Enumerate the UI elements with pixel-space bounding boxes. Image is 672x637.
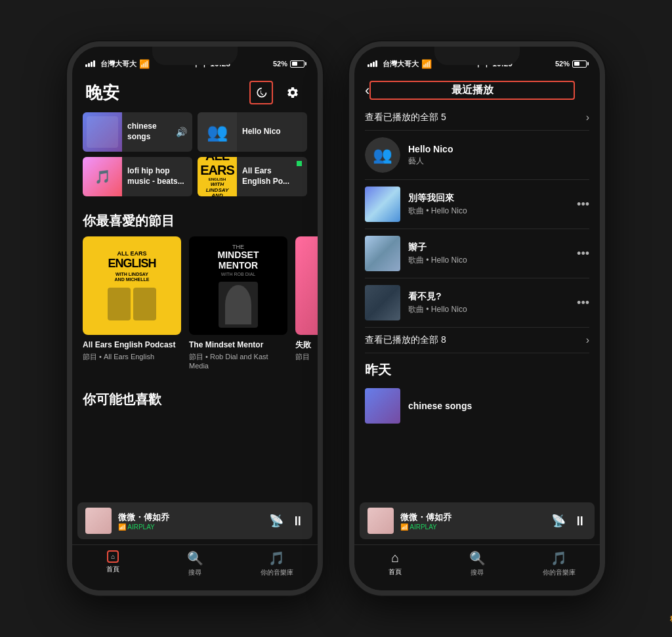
- airplay-text-right: AIRPLAY: [410, 523, 437, 531]
- song-item-1[interactable]: 辮子 歌曲 • Hello Nico •••: [354, 229, 600, 278]
- podcast-card-all-ears[interactable]: ALL EARS ENGLISH WITH LINDSAY AND MICHEL…: [83, 236, 181, 370]
- home-icon-left: ⌂: [111, 553, 115, 560]
- recent-item-all-ears[interactable]: ALL EARS ENGLISH WITH LINDSAY AND MICHEL…: [198, 157, 307, 196]
- home-label-left: 首頁: [106, 565, 119, 574]
- song-0-info: 別等我回來 歌曲 • Hello Nico: [408, 192, 569, 217]
- back-button[interactable]: ‹: [365, 82, 369, 99]
- settings-button[interactable]: [281, 81, 304, 104]
- home-icon-right: ⌂: [391, 550, 399, 565]
- mindset-sub: 節目 • Rob Dial and Kast Media: [189, 352, 287, 370]
- failure-name: 失敗: [295, 340, 318, 351]
- podcast-card-mindset[interactable]: THE MINDSETMENTOR WITH ROB DIAL The Mind…: [189, 236, 287, 370]
- home-screen-content: 晚安: [72, 76, 318, 502]
- header-title-wrapper: 最近播放: [369, 81, 575, 100]
- song-1-more[interactable]: •••: [577, 247, 589, 261]
- song-1-title: 辮子: [408, 242, 569, 253]
- song-item-0[interactable]: 別等我回來 歌曲 • Hello Nico •••: [354, 180, 600, 229]
- song-0-art: [365, 187, 400, 222]
- song-2-info: 看不見? 歌曲 • Hello Nico: [408, 291, 569, 315]
- home-button-right[interactable]: [460, 594, 494, 596]
- home-greeting: 晚安: [85, 81, 119, 104]
- history-icon: [255, 86, 268, 99]
- nav-search-left[interactable]: 🔍 搜尋: [154, 550, 236, 577]
- app-wrapper: 台灣大哥大 📶 下午 10:28 52% 晚安: [54, 28, 618, 609]
- now-playing-bar-right[interactable]: 微微・傅如乔 📶 AIRPLAY 📡 ⏸: [360, 502, 595, 539]
- nav-home-left[interactable]: ⌂ 首頁: [72, 550, 154, 577]
- artist-art: 👥: [365, 137, 400, 173]
- chinese-songs-label: chinese songs: [122, 121, 176, 142]
- view-all-top-text: 查看已播放的全部 5: [365, 112, 446, 123]
- song-0-sub: 歌曲 • Hello Nico: [408, 206, 569, 217]
- recent-screen-content: 查看已播放的全部 5 › 👥 Hello Nico 藝人: [354, 105, 600, 502]
- search-icon-right: 🔍: [469, 550, 486, 566]
- song-2-more[interactable]: •••: [577, 296, 589, 310]
- bottom-nav-right: ⌂ 首頁 🔍 搜尋 🎵 你的音樂庫: [354, 544, 600, 590]
- library-label-right: 你的音樂庫: [543, 568, 576, 577]
- all-ears-art-small: ALL EARS ENGLISH WITH LINDSAY AND MICHEL…: [198, 157, 237, 196]
- now-playing-art-right: [368, 508, 394, 534]
- search-icon-left: 🔍: [187, 550, 203, 566]
- pause-button-left[interactable]: ⏸: [291, 514, 304, 529]
- now-playing-controls-left: 📡 ⏸: [269, 514, 304, 529]
- battery-text-left: 52%: [273, 60, 287, 68]
- search-label-right: 搜尋: [471, 568, 484, 577]
- hello-nico-art: 👥: [198, 112, 237, 152]
- chevron-right-bottom: ›: [586, 334, 589, 346]
- song-item-2[interactable]: 看不見? 歌曲 • Hello Nico •••: [354, 278, 600, 327]
- pause-button-right[interactable]: ⏸: [574, 514, 587, 529]
- favorite-section-title: 你最喜愛的節目: [72, 202, 318, 236]
- home-label-right: 首頁: [388, 567, 402, 577]
- now-playing-title-left: 微微・傅如乔: [118, 512, 262, 523]
- mindset-name: The Mindset Mentor: [189, 340, 287, 351]
- song-2-art: [365, 285, 400, 320]
- artist-item[interactable]: 👥 Hello Nico 藝人: [354, 131, 600, 179]
- history-button[interactable]: [249, 81, 273, 104]
- airplay-label-left: 📶 AIRPLAY: [118, 523, 262, 531]
- now-playing-bar-left[interactable]: 微微・傅如乔 📶 AIRPLAY 📡 ⏸: [77, 502, 312, 539]
- now-playing-art-left: [85, 508, 112, 534]
- song-0-title: 別等我回來: [408, 192, 569, 204]
- search-label-left: 搜尋: [188, 568, 201, 577]
- airplay-control-left[interactable]: 📡: [269, 514, 284, 528]
- library-icon-right: 🎵: [551, 550, 567, 566]
- recent-screen-title: 最近播放: [369, 81, 575, 100]
- airplay-text-left: AIRPLAY: [127, 523, 155, 531]
- song-2-title: 看不見?: [408, 291, 569, 303]
- view-all-bottom-row[interactable]: 查看已播放的全部 8 ›: [354, 328, 600, 353]
- recent-item-hello-nico[interactable]: 👥 Hello Nico: [198, 112, 307, 152]
- recent-item-chinese-songs[interactable]: chinese songs 🔊: [83, 112, 192, 152]
- wifi-icon-left: 📶: [139, 59, 150, 69]
- home-action-icons: [249, 81, 304, 104]
- bottom-nav-left: ⌂ 首頁 🔍 搜尋 🎵 你的音樂庫: [72, 544, 318, 590]
- nav-library-right[interactable]: 🎵 你的音樂庫: [518, 550, 600, 577]
- view-all-top-row[interactable]: 查看已播放的全部 5 ›: [354, 105, 600, 130]
- time-right: 下午 10:29: [474, 58, 513, 70]
- status-bar-left: 台灣大哥大 📶 下午 10:28 52%: [72, 47, 318, 76]
- carrier-left: 台灣大哥大: [100, 59, 136, 69]
- lofi-label: lofi hip hop music - beats...: [122, 166, 192, 187]
- all-ears-name: All Ears English Podcast: [83, 340, 181, 351]
- all-ears-label: All Ears English Po...: [237, 166, 307, 187]
- song-2-sub: 歌曲 • Hello Nico: [408, 304, 569, 315]
- battery-icon-right: [572, 60, 587, 68]
- podcast-card-failure[interactable]: 💗 失敗 節目: [295, 236, 318, 370]
- song-0-more[interactable]: •••: [577, 198, 589, 211]
- artist-name: Hello Nico: [408, 144, 589, 154]
- now-playing-controls-right: 📡 ⏸: [551, 514, 587, 529]
- recent-screen-header: ‹ 最近播放: [354, 76, 600, 105]
- battery-text-right: 52%: [555, 60, 570, 68]
- now-playing-info-left: 微微・傅如乔 📶 AIRPLAY: [118, 512, 262, 531]
- now-playing-title-right: 微微・傅如乔: [400, 512, 545, 523]
- nav-search-right[interactable]: 🔍 搜尋: [436, 550, 518, 577]
- recent-item-lofi[interactable]: 🎵 lofi hip hop music - beats...: [83, 157, 192, 196]
- recommend-section-title: 你可能也喜歡: [72, 380, 318, 415]
- nav-home-right[interactable]: ⌂ 首頁: [354, 550, 436, 577]
- home-button-left[interactable]: [178, 594, 212, 596]
- view-all-bottom-text: 查看已播放的全部 8: [365, 334, 446, 346]
- lofi-art: 🎵: [83, 157, 122, 196]
- podcast-scroll[interactable]: ALL EARS ENGLISH WITH LINDSAY AND MICHEL…: [72, 236, 318, 380]
- chinese-songs-art: [83, 112, 122, 152]
- yesterday-chinese-songs[interactable]: chinese songs: [354, 382, 600, 430]
- airplay-control-right[interactable]: 📡: [551, 514, 566, 528]
- nav-library-left[interactable]: 🎵 你的音樂庫: [236, 550, 318, 577]
